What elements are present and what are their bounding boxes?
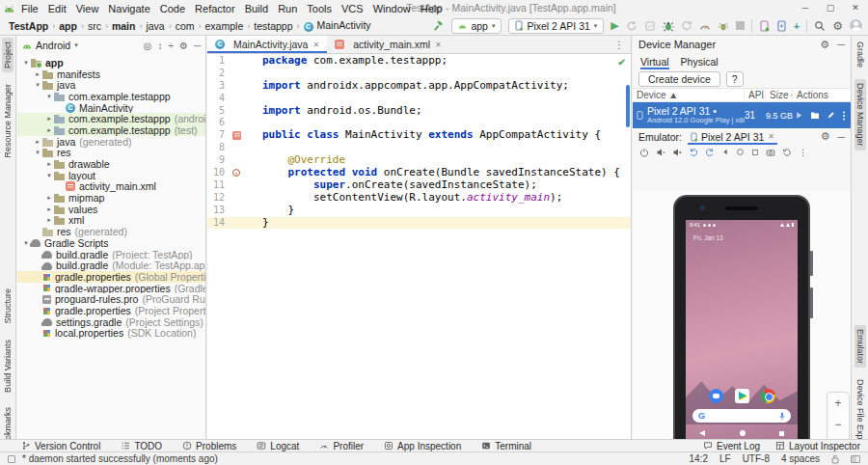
emulator-phone[interactable]: 9:41 Fri, Jan 13 <box>673 195 810 439</box>
emulator-back-icon[interactable] <box>721 148 729 156</box>
emulator-overview-icon[interactable] <box>751 149 759 156</box>
project-tree-item[interactable]: res(generated) <box>17 226 205 237</box>
project-tree-item[interactable]: activity_main.xml <box>17 181 205 193</box>
close-tab-icon[interactable]: ✕ <box>312 41 319 49</box>
dm-settings-icon[interactable]: ⚙ <box>820 40 829 50</box>
menu-view[interactable]: View <box>71 3 104 14</box>
project-tree-item[interactable]: ▸xml <box>17 215 205 227</box>
menu-tools[interactable]: Tools <box>302 3 337 14</box>
profile-avatar[interactable] <box>850 19 862 32</box>
scrollbar-marker[interactable] <box>626 85 630 127</box>
project-tree-item[interactable]: build.gradle(Module: TestApp.app) <box>17 260 205 271</box>
zoom-out-button[interactable]: − <box>834 419 841 430</box>
breadcrumb-item[interactable]: java <box>143 20 167 32</box>
breadcrumb-item[interactable]: MainActivity <box>301 19 374 31</box>
emulator-camera-icon[interactable] <box>766 148 775 157</box>
hide-panel-icon[interactable]: ─ <box>194 41 201 51</box>
tool-strip-build-variants[interactable]: Build Variants <box>2 336 14 397</box>
emulator-more-icon[interactable]: ⋮ <box>799 148 807 157</box>
dm-hide-icon[interactable]: ─ <box>837 39 845 50</box>
line-number[interactable]: 6 <box>207 117 225 129</box>
google-search-bar[interactable]: G <box>692 409 791 423</box>
chrome-app-icon[interactable] <box>761 389 775 403</box>
zoom-in-button[interactable]: + <box>834 397 841 409</box>
tree-expand-icon[interactable]: ▸ <box>44 205 54 213</box>
gutter[interactable] <box>225 68 262 80</box>
gutter[interactable] <box>225 93 262 105</box>
gutter[interactable] <box>225 80 262 93</box>
tool-window-version-control[interactable]: Version Control <box>21 441 100 451</box>
emulator-hide-icon[interactable]: ─ <box>838 131 845 143</box>
tree-collapse-icon[interactable]: ▾ <box>44 172 54 179</box>
emulator-snapshots-icon[interactable] <box>782 148 792 157</box>
menu-help[interactable]: Help <box>416 3 448 14</box>
background-tasks-icon[interactable] <box>8 455 15 463</box>
inspection-ok-icon[interactable]: ✔ <box>618 57 626 68</box>
tool-window-logcat[interactable]: Logcat <box>257 441 299 451</box>
collapse-all-icon[interactable]: ÷ <box>168 41 174 51</box>
more-device-action-icon[interactable] <box>842 111 846 121</box>
emulator-home-icon[interactable] <box>736 148 745 156</box>
tab-mainactivity-java[interactable]: MainActivity.java ✕ <box>207 36 327 53</box>
debug-button[interactable] <box>663 20 674 32</box>
project-tree-item[interactable]: ▸com.example.testappp(androidTest) <box>17 113 205 124</box>
menu-window[interactable]: Window <box>368 3 416 14</box>
run-config-select[interactable]: app ▾ <box>451 18 502 34</box>
run-button[interactable]: ▶ <box>610 19 618 32</box>
settings-icon[interactable]: ⚙ <box>832 20 843 32</box>
override-gutter-icon[interactable]: ↑ <box>232 169 240 177</box>
project-tree-item[interactable]: ▾app <box>17 57 205 68</box>
column-header-api[interactable]: API <box>745 89 766 101</box>
gutter[interactable] <box>225 192 262 205</box>
tree-collapse-icon[interactable]: ▾ <box>33 81 42 89</box>
project-tree-item[interactable]: local.properties(SDK Location) <box>17 328 205 340</box>
breadcrumb-item[interactable]: app <box>56 20 80 32</box>
close-button[interactable]: ✕ <box>843 0 868 16</box>
tool-strip-device-file-explorer[interactable]: Device File Explorer <box>854 375 866 439</box>
tab-physical[interactable]: Physical <box>681 53 719 69</box>
menu-navigate[interactable]: Navigate <box>103 3 154 14</box>
tool-strip-device-manager[interactable]: Device Manager <box>854 79 866 150</box>
nav-home-icon[interactable] <box>740 430 746 436</box>
line-number[interactable]: 2 <box>207 68 225 80</box>
sdk-manager-icon[interactable] <box>776 20 787 32</box>
file-encoding[interactable]: UTF-8 <box>743 453 770 464</box>
emulator-volume-up-icon[interactable] <box>672 148 682 157</box>
tool-window-layout-inspector[interactable]: Layout Inspector <box>775 441 860 451</box>
project-tree-item[interactable]: ▾layout <box>17 170 205 181</box>
project-tree-item[interactable]: proguard-rules.pro(ProGuard Rules for Te… <box>17 293 205 305</box>
menu-run[interactable]: Run <box>273 3 302 14</box>
play-store-app-icon[interactable] <box>735 389 749 403</box>
project-tree-item[interactable]: ▾java <box>17 79 205 91</box>
apply-changes-icon[interactable] <box>644 20 656 32</box>
caret-position[interactable]: 14:2 <box>689 453 707 464</box>
folder-device-action-icon[interactable] <box>810 111 820 120</box>
tool-window-problems[interactable]: Problems <box>182 441 236 451</box>
project-tree-item[interactable]: ▸values <box>17 204 205 215</box>
gutter[interactable] <box>225 205 262 217</box>
device-select[interactable]: Pixel 2 API 31 ▾ <box>508 18 604 34</box>
tool-window-event-log[interactable]: Event Log <box>703 441 760 451</box>
line-separator[interactable]: LF <box>719 453 731 464</box>
emulator-tab[interactable]: Pixel 2 API 31 ✕ <box>688 128 777 145</box>
tool-window-app-inspection[interactable]: App Inspection <box>384 441 461 451</box>
line-number[interactable]: 8 <box>207 142 225 154</box>
tool-window-todo[interactable]: TODO <box>121 441 162 451</box>
project-view-mode[interactable]: Android <box>36 40 70 51</box>
menu-build[interactable]: Build <box>240 3 273 14</box>
expand-all-icon[interactable]: ↕ <box>157 41 162 51</box>
gutter[interactable] <box>225 217 262 230</box>
tree-expand-icon[interactable]: ▸ <box>44 126 54 134</box>
sync-project-icon[interactable]: + <box>794 20 800 32</box>
stop-icon[interactable] <box>736 21 745 30</box>
tree-expand-icon[interactable]: ▸ <box>44 115 54 123</box>
tool-strip-structure[interactable]: Structure <box>2 285 14 328</box>
gutter[interactable]: ↑ <box>225 167 262 179</box>
tree-expand-icon[interactable]: ▸ <box>33 70 42 78</box>
line-number[interactable]: 13 <box>207 205 225 217</box>
breadcrumb-item[interactable]: example <box>203 20 247 32</box>
project-tree-item[interactable]: ▸mipmap <box>17 192 205 204</box>
indent-setting[interactable]: 4 spaces <box>781 453 820 464</box>
breadcrumb-item[interactable]: com <box>173 20 198 32</box>
locate-file-icon[interactable]: ◎ <box>144 41 152 51</box>
